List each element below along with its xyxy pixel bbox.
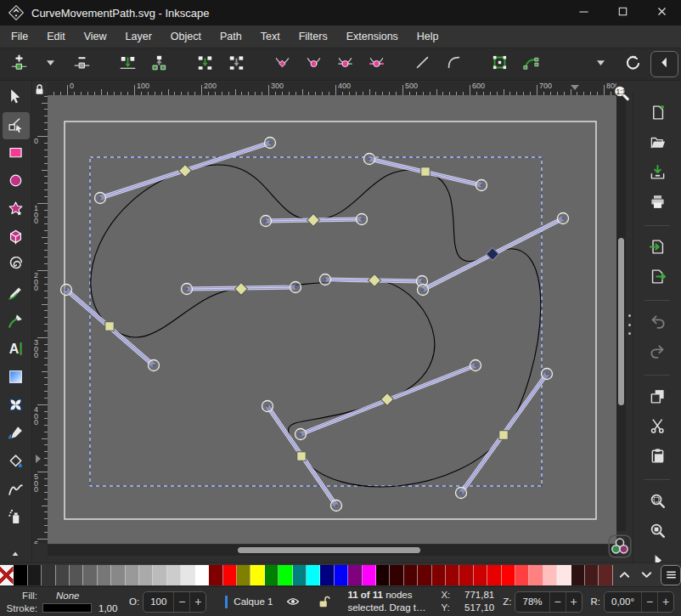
opacity-decrease-button[interactable]: −: [173, 591, 189, 613]
swatch-none[interactable]: [0, 565, 14, 585]
color-swatch[interactable]: [320, 565, 334, 585]
menu-filters[interactable]: Filters: [290, 27, 337, 46]
color-swatch[interactable]: [363, 565, 376, 585]
open-document-button[interactable]: [643, 133, 672, 155]
color-swatch[interactable]: [14, 565, 27, 585]
zoom-value[interactable]: 78%: [515, 596, 549, 607]
save-document-button[interactable]: [643, 162, 672, 184]
palette-menu-button[interactable]: [661, 565, 681, 585]
spray-tool[interactable]: [3, 505, 30, 532]
menu-edit[interactable]: Edit: [37, 27, 75, 46]
ellipse-tool[interactable]: [3, 168, 30, 195]
color-swatch[interactable]: [376, 565, 390, 585]
import-image-button[interactable]: [643, 237, 672, 259]
stroke-width-value[interactable]: 1,00: [98, 603, 117, 613]
close-button[interactable]: [642, 0, 681, 25]
spiral-tool[interactable]: [3, 252, 30, 280]
new-document-button[interactable]: [643, 103, 672, 125]
node-symmetric-button[interactable]: [332, 52, 358, 77]
color-swatch[interactable]: [83, 565, 97, 585]
color-swatch[interactable]: [293, 565, 307, 585]
color-swatch[interactable]: [250, 565, 264, 585]
opacity-value[interactable]: 100: [144, 596, 173, 607]
zoom-spinner[interactable]: 78% − +: [515, 591, 582, 613]
box-3d-tool[interactable]: [3, 224, 30, 251]
path-node-square[interactable]: [499, 431, 509, 440]
vertical-scrollbar-thumb[interactable]: [618, 238, 624, 405]
horizontal-scrollbar[interactable]: [48, 545, 616, 556]
collapse-toolbar-button[interactable]: [650, 51, 678, 77]
color-swatch[interactable]: [56, 565, 70, 585]
color-swatch[interactable]: [432, 565, 446, 585]
menu-path[interactable]: Path: [211, 27, 251, 46]
layer-visibility-eye-icon[interactable]: [283, 593, 303, 610]
color-swatch[interactable]: [557, 565, 571, 585]
export-image-button[interactable]: [643, 267, 672, 289]
color-swatch[interactable]: [502, 565, 515, 585]
dropper-tool[interactable]: [3, 421, 30, 448]
menu-layer[interactable]: Layer: [116, 27, 161, 46]
color-swatch[interactable]: [529, 565, 543, 585]
layer-name[interactable]: Calque 1: [234, 596, 273, 607]
color-swatch[interactable]: [390, 565, 403, 585]
node-editor-tool[interactable]: [3, 112, 30, 139]
zoom-drawing-button[interactable]: [643, 521, 672, 543]
palette-scroll-down-button[interactable]: [635, 565, 657, 585]
color-swatch[interactable]: [335, 565, 348, 585]
toolbar-overflow-dropdown-button[interactable]: [588, 52, 614, 77]
panel-grip-handle[interactable]: [626, 314, 633, 335]
horizontal-scrollbar-thumb[interactable]: [238, 547, 420, 553]
color-swatch[interactable]: [223, 565, 237, 585]
menu-object[interactable]: Object: [161, 27, 211, 46]
pencil-tool[interactable]: [3, 280, 30, 308]
stroke-to-path-button[interactable]: [518, 52, 544, 77]
minimize-button[interactable]: [564, 0, 603, 25]
insert-node-button[interactable]: [6, 52, 32, 77]
color-swatch[interactable]: [195, 565, 209, 585]
color-swatch[interactable]: [126, 565, 139, 585]
join-segment-button[interactable]: [192, 52, 218, 77]
rotation-increase-button[interactable]: +: [657, 591, 673, 613]
cut-button[interactable]: [643, 416, 672, 438]
color-swatch[interactable]: [98, 565, 111, 585]
color-swatch[interactable]: [459, 565, 473, 585]
color-swatch[interactable]: [237, 565, 250, 585]
undo-button[interactable]: [643, 312, 672, 334]
color-swatch[interactable]: [167, 565, 181, 585]
redo-button[interactable]: [643, 342, 672, 364]
selector-tool[interactable]: [3, 84, 30, 111]
delete-segment-button[interactable]: [223, 52, 250, 77]
opacity-increase-button[interactable]: +: [189, 591, 205, 613]
rotation-decrease-button[interactable]: −: [641, 591, 657, 613]
insert-node-dropdown-button[interactable]: [37, 52, 64, 77]
zoom-decrease-button[interactable]: −: [549, 591, 566, 613]
paste-button[interactable]: [643, 446, 672, 468]
vertical-scrollbar[interactable]: [616, 95, 626, 531]
palette-scroll-up-button[interactable]: [613, 565, 635, 585]
color-swatch[interactable]: [515, 565, 529, 585]
color-swatch[interactable]: [543, 565, 557, 585]
zoom-selection-button[interactable]: [643, 491, 672, 513]
node-smooth-button[interactable]: [301, 52, 327, 77]
mesh-gradient-tool[interactable]: [3, 393, 30, 420]
color-swatch[interactable]: [307, 565, 320, 585]
toolbox-more-icon[interactable]: [9, 547, 23, 557]
color-swatch[interactable]: [181, 565, 194, 585]
zoom-increase-button[interactable]: +: [566, 591, 582, 613]
color-swatch[interactable]: [571, 565, 585, 585]
color-swatch[interactable]: [446, 565, 459, 585]
layer-lock-icon[interactable]: [313, 593, 334, 610]
join-nodes-button[interactable]: [115, 52, 141, 77]
text-tool[interactable]: A: [3, 336, 30, 364]
color-management-toggle-icon[interactable]: [608, 534, 632, 558]
duplicate-button[interactable]: [643, 387, 672, 409]
color-swatch[interactable]: [70, 565, 83, 585]
fill-value[interactable]: None: [56, 591, 80, 601]
segment-line-button[interactable]: [409, 52, 436, 77]
break-nodes-button[interactable]: [146, 52, 172, 77]
menu-file[interactable]: File: [2, 27, 37, 46]
vertical-ruler[interactable]: 0100200300400500600: [32, 95, 48, 544]
gradient-tool[interactable]: [3, 365, 30, 392]
color-swatch[interactable]: [28, 565, 42, 585]
color-swatch[interactable]: [153, 565, 166, 585]
